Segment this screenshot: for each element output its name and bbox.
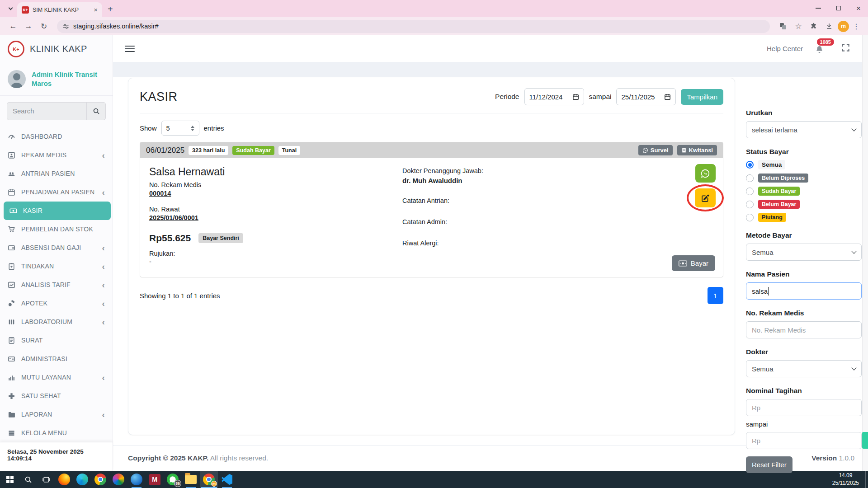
bayar-button[interactable]: Bayar: [672, 255, 715, 271]
sidebar-item-label: KASIR: [23, 207, 42, 214]
status-option-label: Sudah Bayar: [758, 187, 800, 196]
tab-search-button[interactable]: [5, 3, 16, 14]
browser-profile-avatar[interactable]: m: [838, 21, 849, 32]
minimize-icon[interactable]: [816, 8, 821, 9]
app-icon-m[interactable]: M: [146, 471, 164, 488]
download-icon[interactable]: [822, 23, 836, 30]
whatsapp-icon: 86: [167, 474, 179, 485]
app-icon-edge[interactable]: [73, 471, 91, 488]
pagination-page-1[interactable]: 1: [708, 287, 723, 304]
sidebar-item-laporan[interactable]: LAPORAN ‹: [0, 405, 113, 424]
maximize-icon[interactable]: [836, 6, 841, 10]
status-option-belum-diproses[interactable]: Belum Diproses: [746, 174, 862, 183]
sidebar-item-tindakan[interactable]: TINDAKAN ‹: [0, 257, 113, 276]
radio-icon[interactable]: [746, 188, 754, 195]
tampilkan-button[interactable]: Tampilkan: [681, 89, 723, 105]
periode-to-input[interactable]: 25/11/2025: [616, 88, 676, 105]
app-icon-whatsapp[interactable]: 86: [164, 471, 182, 488]
sidebar-item-penjadwalan-pasien[interactable]: PENJADWALAN PASIEN ‹: [0, 183, 113, 202]
sidebar-item-antrian-pasien[interactable]: ANTRIAN PASIEN: [0, 164, 113, 183]
bookmark-star-icon[interactable]: ☆: [792, 22, 805, 31]
reload-icon[interactable]: ↻: [37, 22, 51, 31]
app-icon-file-explorer[interactable]: [182, 471, 200, 488]
app-icon-chrome[interactable]: [91, 471, 109, 488]
app-icon-photos[interactable]: [109, 471, 127, 488]
sidebar-item-laboratorium[interactable]: LABORATORIUM ‹: [0, 313, 113, 331]
nama-pasien-input[interactable]: salsa: [746, 282, 862, 300]
tab-close-icon[interactable]: ×: [94, 6, 98, 13]
new-tab-button[interactable]: +: [108, 5, 113, 14]
show-entries-row: Show 5 entries: [140, 121, 723, 136]
whatsapp-button[interactable]: [695, 164, 716, 183]
chevron-collapsed-icon: ‹: [102, 151, 105, 160]
browser-menu-icon[interactable]: ⋮: [851, 22, 862, 31]
nominal-max-input[interactable]: [746, 432, 862, 449]
no-rawat-link[interactable]: 2025/01/06/0001: [149, 214, 198, 221]
copyright-strong: Copyright © 2025 KAKP.: [128, 454, 208, 462]
no-rekam-medis-link[interactable]: 000014: [149, 190, 171, 197]
hamburger-menu-icon[interactable]: [125, 46, 135, 52]
search-input[interactable]: Search: [7, 103, 86, 120]
filter-panel: Urutkan selesai terlama Status Bayar Sem…: [746, 78, 862, 445]
reset-filter-button[interactable]: Reset Filter: [746, 456, 793, 473]
status-option-semua[interactable]: Semua: [746, 160, 862, 169]
sidebar-item-rekam-medis[interactable]: REKAM MEDIS ‹: [0, 146, 113, 164]
sidebar-item-analisis-tarif[interactable]: ANALISIS TARIF ‹: [0, 276, 113, 294]
dokter-select[interactable]: Semua: [746, 360, 862, 377]
browser-tab[interactable]: K+ SIM KLINIK KAKP ×: [17, 2, 102, 17]
nominal-min-input[interactable]: [746, 399, 862, 416]
taskbar-clock[interactable]: 14.09 25/11/2025: [826, 472, 865, 488]
sidebar-item-mutu-layanan[interactable]: MUTU LAYANAN ‹: [0, 368, 113, 387]
status-option-belum-bayar[interactable]: Belum Bayar: [746, 200, 862, 209]
scrollbar[interactable]: [862, 35, 868, 471]
back-icon[interactable]: ←: [6, 22, 20, 31]
sidebar-item-dashboard[interactable]: DASHBOARD: [0, 127, 113, 146]
translate-icon[interactable]: [776, 23, 790, 30]
task-view-button[interactable]: [37, 471, 55, 488]
sidebar-item-satu-sehat[interactable]: SATU SEHAT: [0, 387, 113, 405]
sidebar-item-surat[interactable]: SURAT: [0, 331, 113, 350]
metode-bayar-select[interactable]: Semua: [746, 244, 862, 261]
app-icon-chrome-active[interactable]: m: [200, 471, 218, 488]
sidebar-item-kasir[interactable]: KASIR: [4, 202, 111, 220]
status-option-piutang[interactable]: Piutang: [746, 213, 862, 222]
radio-icon[interactable]: [746, 174, 754, 182]
show-desktop-button[interactable]: [865, 471, 868, 488]
start-button[interactable]: [1, 471, 19, 488]
sidebar-item-apotek[interactable]: APOTEK ‹: [0, 294, 113, 313]
app-icon-firefox[interactable]: [55, 471, 73, 488]
kwitansi-button[interactable]: Kwitansi: [677, 145, 717, 155]
urutkan-select[interactable]: selesai terlama: [746, 121, 862, 138]
radio-icon[interactable]: [746, 161, 754, 169]
user-panel[interactable]: Admin Klinik Transit Maros: [0, 63, 113, 96]
catatan-admin-label: Catatan Admin:: [402, 218, 714, 225]
address-bar[interactable]: staging.sifaskes.online/kasir#: [57, 20, 770, 33]
whatsapp-unread-badge: 86: [174, 480, 181, 487]
taskbar-search-button[interactable]: [19, 471, 37, 488]
sidebar-item-kelola-menu[interactable]: KELOLA MENU: [0, 424, 113, 442]
search-button[interactable]: [86, 103, 105, 120]
page-length-select[interactable]: 5: [161, 121, 199, 136]
help-center-link[interactable]: Help Center: [767, 45, 803, 52]
survei-button[interactable]: Survei: [638, 145, 673, 155]
extensions-puzzle-icon[interactable]: [807, 23, 821, 30]
window-close-icon[interactable]: ×: [856, 5, 861, 12]
no-rekam-medis-input[interactable]: [746, 321, 862, 338]
sidebar-item-absensi-dan-gaji[interactable]: ABSENSI DAN GAJI ‹: [0, 239, 113, 257]
radio-icon[interactable]: [746, 201, 754, 208]
edit-button[interactable]: [695, 188, 716, 207]
app-icon-vscode[interactable]: [218, 471, 236, 488]
sidebar-item-pembelian-dan-stok[interactable]: PEMBELIAN DAN STOK: [0, 220, 113, 239]
fullscreen-button[interactable]: [841, 43, 850, 54]
app-icon-blue[interactable]: [127, 471, 146, 488]
edge-icon: [76, 474, 88, 485]
notifications-button[interactable]: 1085: [816, 42, 829, 55]
periode-from-input[interactable]: 11/12/2024: [524, 88, 584, 105]
copyright-rest: All rights reserved.: [208, 454, 268, 462]
radio-icon[interactable]: [746, 214, 754, 221]
scroll-corner-button[interactable]: [862, 432, 868, 449]
status-option-sudah-bayar[interactable]: Sudah Bayar: [746, 187, 862, 196]
sidebar-item-administrasi[interactable]: ADMINISTRASI: [0, 350, 113, 368]
forward-icon[interactable]: →: [22, 22, 35, 31]
patient-summary-column: Salsa Hernawati No. Rekam Medis 000014 N…: [149, 166, 402, 269]
